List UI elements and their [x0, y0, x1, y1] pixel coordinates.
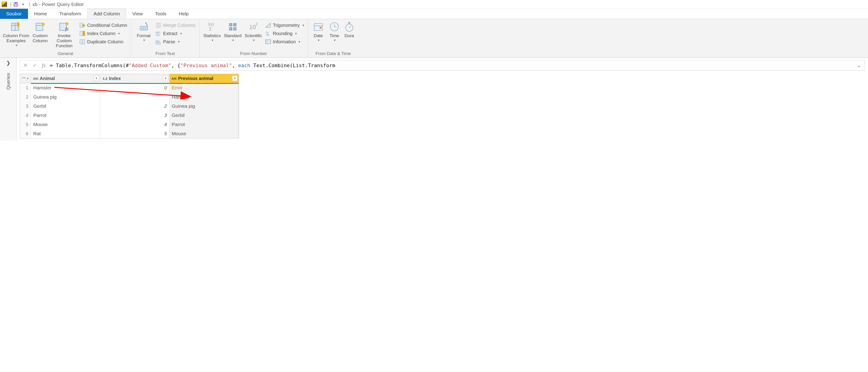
table-row[interactable]: 1Hamster0Error	[20, 83, 239, 92]
svg-rect-51	[348, 22, 350, 24]
rounding-button[interactable]: .00 Rounding▾	[264, 30, 306, 37]
row-number: 3	[20, 102, 31, 111]
information-icon	[265, 39, 271, 45]
svg-rect-1	[15, 2, 17, 4]
cell-index[interactable]	[100, 92, 169, 102]
parse-button[interactable]: abc Parse▾	[154, 38, 197, 45]
table-header-row: ▾ ABC Animal ▾ 1.2 Index ▾ ABC Previous …	[20, 74, 239, 83]
table-row[interactable]: 2Guinea pigHamster	[20, 92, 239, 102]
column-header-animal[interactable]: ABC Animal ▾	[31, 74, 100, 83]
svg-rect-7	[36, 23, 43, 31]
merge-columns-button[interactable]: Merge Columns	[154, 21, 197, 29]
duration-button[interactable]: Dura	[342, 21, 356, 39]
filter-button[interactable]: ▾	[163, 75, 168, 81]
btn-label: Invoke Custom Function	[51, 33, 78, 48]
expand-formula-button[interactable]: ⌄	[856, 62, 862, 69]
svg-text:.00: .00	[265, 31, 269, 34]
save-button[interactable]	[13, 1, 19, 7]
statistics-button[interactable]: XσΣ Statistics▾	[202, 21, 222, 43]
invoke-custom-function-button[interactable]: fx Invoke Custom Function	[51, 21, 78, 49]
cell-animal[interactable]: Gerbil	[31, 102, 100, 111]
scientific-button[interactable]: 102 Scientific▾	[243, 21, 264, 43]
filter-button[interactable]: ▾	[232, 75, 238, 81]
select-all-cell[interactable]: ▾	[20, 74, 31, 83]
window-title: xb - Power Query Editor	[32, 2, 84, 7]
column-header-index[interactable]: 1.2 Index ▾	[100, 74, 169, 83]
row-number: 6	[20, 129, 31, 138]
date-button[interactable]: Date▾	[310, 21, 326, 43]
trigonometry-button[interactable]: Trigonometry▾	[264, 21, 306, 29]
custom-column-button[interactable]: Custom Column	[30, 21, 51, 44]
standard-icon: +−÷×	[227, 21, 238, 32]
chevron-down-icon: ▾	[253, 38, 254, 42]
index-column-button[interactable]: Index Column▾	[78, 30, 129, 37]
cancel-formula-button[interactable]: ✕	[22, 62, 29, 69]
commit-formula-button[interactable]: ✓	[31, 62, 38, 69]
table-row[interactable]: 3Gerbil2Guinea pig	[20, 102, 239, 111]
tab-transform[interactable]: Transform	[53, 9, 87, 19]
cell-index[interactable]: 4	[100, 120, 169, 129]
powerbi-logo-icon	[1, 1, 7, 7]
formula-input[interactable]: = Table.TransformColumns(#"Added Custom"…	[50, 63, 853, 68]
cell-index[interactable]: 5	[100, 129, 169, 138]
cell-animal[interactable]: Rat	[31, 129, 100, 138]
cell-index[interactable]: 3	[100, 111, 169, 120]
time-button[interactable]: Time▾	[326, 21, 342, 43]
format-icon: ABC	[138, 21, 149, 32]
queries-label: Queries	[5, 73, 11, 90]
ribbon-group-from-text: ABC Format▾ Merge Columns ABC123 Extract…	[131, 19, 199, 58]
cell-animal[interactable]: Guinea pig	[31, 92, 100, 102]
filter-button[interactable]: ▾	[94, 75, 99, 81]
svg-text:Σ: Σ	[209, 26, 212, 31]
qat-dropdown-icon[interactable]: ▼	[20, 1, 26, 7]
svg-line-52	[349, 26, 351, 28]
cell-index[interactable]: 0	[100, 83, 169, 92]
svg-text:+: +	[230, 23, 231, 26]
standard-button[interactable]: +−÷× Standard▾	[222, 21, 243, 43]
svg-text:÷: ÷	[230, 27, 231, 31]
decimal-type-icon: 1.2	[102, 76, 107, 81]
calendar-icon	[313, 21, 324, 32]
btn-label: Merge Columns	[163, 23, 196, 28]
duplicate-column-button[interactable]: Duplicate Column	[78, 38, 129, 45]
column-header-previous-animal[interactable]: ABC Previous animal ▾	[169, 74, 239, 83]
format-button[interactable]: ABC Format▾	[133, 21, 154, 43]
cell-previous-animal[interactable]: Hamster	[169, 92, 239, 102]
tab-add-column[interactable]: Add Column	[87, 9, 126, 19]
row-number: 4	[20, 111, 31, 120]
svg-rect-21	[156, 23, 158, 28]
information-button[interactable]: Information▾	[264, 38, 306, 45]
svg-text:Xσ: Xσ	[208, 22, 214, 27]
table-row[interactable]: 5Mouse4Parrot	[20, 120, 239, 129]
tab-tools[interactable]: Tools	[149, 9, 173, 19]
cell-previous-animal[interactable]: Error	[169, 83, 239, 92]
svg-text:10: 10	[249, 24, 256, 31]
tab-file[interactable]: Soubor	[0, 9, 28, 19]
cell-previous-animal[interactable]: Guinea pig	[169, 102, 239, 111]
expand-queries-button[interactable]: ❯	[6, 60, 10, 66]
cell-animal[interactable]: Parrot	[31, 111, 100, 120]
queries-pane-collapsed: ❯ Queries	[0, 58, 17, 141]
svg-rect-22	[159, 23, 161, 28]
parse-icon: abc	[155, 39, 161, 45]
table-icon	[22, 76, 25, 81]
merge-columns-icon	[155, 22, 161, 28]
group-label: General	[2, 50, 129, 57]
tab-home[interactable]: Home	[28, 9, 53, 19]
cell-index[interactable]: 2	[100, 102, 169, 111]
cell-previous-animal[interactable]: Gerbil	[169, 111, 239, 120]
ribbon-group-from-datetime: Date▾ Time▾ Dura From Date & Time	[308, 19, 359, 58]
cell-animal[interactable]: Mouse	[31, 120, 100, 129]
cell-previous-animal[interactable]: Mouse	[169, 129, 239, 138]
cell-previous-animal[interactable]: Parrot	[169, 120, 239, 129]
table-row[interactable]: 4Parrot3Gerbil	[20, 111, 239, 120]
tab-help[interactable]: Help	[173, 9, 195, 19]
table-row[interactable]: 6Rat5Mouse	[20, 129, 239, 138]
svg-rect-54	[23, 77, 25, 78]
extract-button[interactable]: ABC123 Extract▾	[154, 30, 197, 37]
column-from-examples-button[interactable]: Column From Examples▾	[2, 21, 30, 48]
cell-animal[interactable]: Hamster	[31, 83, 100, 92]
conditional-column-button[interactable]: Conditional Column	[78, 21, 129, 29]
data-grid: ▾ ABC Animal ▾ 1.2 Index ▾ ABC Previous …	[20, 74, 239, 138]
tab-view[interactable]: View	[126, 9, 149, 19]
